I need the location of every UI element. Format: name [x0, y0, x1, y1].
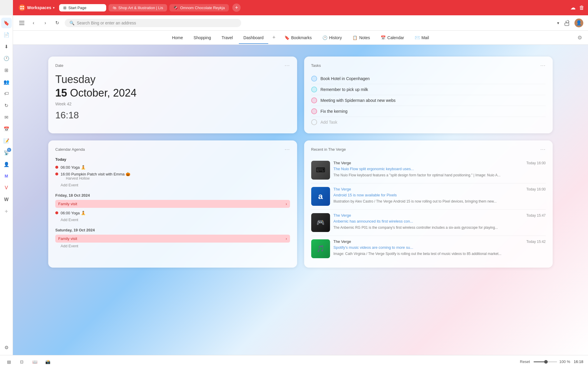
sidebar-item-document[interactable]: 📄	[1, 29, 12, 40]
search-icon: 🔍	[69, 21, 74, 25]
status-time: 16:18	[574, 359, 583, 364]
zoom-slider[interactable]	[534, 361, 557, 362]
nav-notes[interactable]: 📋 Notes	[348, 32, 375, 44]
new-tab-button[interactable]: +	[232, 4, 241, 12]
panels-icon[interactable]: ▤	[5, 358, 13, 366]
sidebar-item-tag[interactable]: 🏷	[1, 88, 12, 99]
bookmarks-icon: 🔖	[284, 35, 289, 40]
sidebar-item-add[interactable]: +	[1, 206, 12, 217]
cal-event-dot-2	[55, 173, 58, 175]
sidebar-item-history[interactable]: 🕐	[1, 53, 12, 64]
nav-dashboard[interactable]: Dashboard	[239, 32, 269, 44]
task-1-checkbox[interactable]	[311, 76, 317, 82]
back-button[interactable]: ‹	[29, 19, 38, 27]
sidebar-item-bookmark[interactable]: 🔖	[1, 18, 12, 28]
tab-tiling-icon[interactable]: ⊡	[18, 358, 26, 366]
nav-home-label: Home	[172, 35, 183, 40]
nav-bookmarks[interactable]: 🔖 Bookmarks	[280, 32, 317, 44]
task-4-checkbox[interactable]	[311, 108, 317, 114]
nav-home[interactable]: Home	[167, 32, 188, 44]
sidebar-item-settings[interactable]: ⚙	[1, 342, 12, 353]
verge-item-1[interactable]: ⌨ The Verge Today 16:00 The Nuio Flow sp…	[311, 157, 546, 183]
sidebar-item-feed[interactable]: 📡 5	[1, 147, 12, 158]
sidebar-item-vivaldi[interactable]: V	[1, 183, 12, 193]
nav-history-label: History	[329, 35, 342, 40]
reload-button[interactable]: ↻	[53, 19, 61, 27]
verge-time-3: Today 15:47	[527, 213, 546, 218]
workspaces-button[interactable]: Workspaces ▾	[16, 3, 57, 12]
tab-shop-favicon: 🛍	[113, 6, 116, 10]
task-item-1[interactable]: Book Hotel in Copenhagen	[311, 73, 546, 84]
calendar-icon: 📅	[381, 35, 386, 40]
zoom-control[interactable]: 100 %	[534, 359, 570, 364]
verge-time-2: Today 16:00	[527, 187, 546, 191]
date-day-name: Tuesday	[55, 73, 290, 86]
nav-calendar[interactable]: 📅 Calendar	[376, 32, 409, 44]
feed-badge: 5	[7, 148, 11, 152]
nav-shopping[interactable]: Shopping	[189, 32, 216, 44]
sidebar-item-sync[interactable]: ↻	[1, 100, 12, 111]
forward-button[interactable]: ›	[41, 19, 49, 27]
sidebar-item-notes[interactable]: 📝	[1, 135, 12, 146]
tab-omnom-label: Omnom Chocolate Reykja	[180, 6, 225, 10]
verge-content-2: The Verge Today 16:00 Android 15 is now …	[334, 187, 546, 206]
screenshot-icon[interactable]: 📸	[44, 358, 52, 366]
dashboard-settings-button[interactable]: ⚙	[577, 34, 582, 41]
search-bar[interactable]: 🔍 Search Bing or enter an address	[65, 19, 241, 27]
verge-desc-4: Image: Cath Virginia / The Verge Spotify…	[334, 251, 546, 256]
sidebar-item-wiki[interactable]: W	[1, 194, 12, 205]
task-item-2[interactable]: Remember to pick up milk	[311, 84, 546, 95]
cal-saturday-arrow: ›	[286, 236, 287, 241]
verge-item-3[interactable]: 🎮 The Verge Today 15:47 Anbernic has ann…	[311, 210, 546, 236]
tasks-card: Tasks ··· Book Hotel in Copenhagen Remem…	[304, 57, 553, 133]
extensions-button[interactable]	[563, 19, 571, 27]
tab-start-page[interactable]: ⊞ Start Page	[59, 4, 106, 11]
cal-saturday-add-event[interactable]: Add Event	[55, 243, 290, 249]
task-1-text: Book Hotel in Copenhagen	[321, 76, 370, 81]
user-avatar[interactable]: 👤	[574, 19, 583, 27]
task-item-3[interactable]: Meeting with Spiderman about new webs	[311, 95, 546, 106]
sidebar-item-contacts[interactable]: 👤	[1, 159, 12, 170]
tasks-card-menu[interactable]: ···	[540, 62, 546, 69]
task-2-checkbox[interactable]	[311, 87, 317, 92]
nav-mail[interactable]: ✉️ Mail	[410, 32, 434, 44]
date-week: Week 42	[55, 102, 290, 106]
sidebar-toggle-button[interactable]	[18, 19, 26, 27]
trash-icon[interactable]: 🗑	[579, 5, 584, 11]
sidebar-item-groups[interactable]: 👥	[1, 77, 12, 87]
cal-today-add-event[interactable]: Add Event	[55, 182, 290, 188]
verge-thumb-4: 🎵	[311, 239, 330, 258]
sidebar-item-calendar[interactable]: 📅	[1, 124, 12, 134]
nav-travel[interactable]: Travel	[217, 32, 237, 44]
task-item-4[interactable]: Fix the kerning	[311, 106, 546, 117]
verge-card-menu[interactable]: ···	[540, 146, 546, 152]
cal-friday-event-text: 06:00 Yoga 🧘	[61, 211, 290, 215]
sidebar-item-collections[interactable]: ⊞	[1, 65, 12, 75]
tasks-card-title: Tasks	[311, 63, 321, 68]
task-3-checkbox[interactable]	[311, 97, 317, 103]
tab-omnom[interactable]: 🍫 Omnom Chocolate Reykja	[169, 4, 229, 11]
nav-history[interactable]: 🕐 History	[318, 32, 347, 44]
nav-travel-label: Travel	[221, 35, 233, 40]
address-dropdown-button[interactable]: ▾	[557, 21, 559, 25]
zoom-reset-label[interactable]: Reset	[520, 359, 530, 364]
sidebar-item-download[interactable]: ⬇	[1, 41, 12, 52]
tab-shop[interactable]: 🛍 Shop Art & Illustration | Lis	[109, 4, 167, 11]
cal-today-event-2-text: 16:00 Pumpkin Patch visit with Emma 🎃	[61, 172, 130, 176]
date-card-title: Date	[55, 63, 63, 68]
calendar-saturday-label: Saturday, 19 Oct 2024	[55, 228, 290, 232]
sidebar-item-mastodon[interactable]: M	[1, 171, 12, 181]
reader-icon[interactable]: 📖	[31, 358, 39, 366]
nav-add-button[interactable]: +	[269, 32, 279, 44]
cloud-icon[interactable]: ☁	[570, 4, 576, 11]
calendar-card-menu[interactable]: ···	[284, 146, 290, 152]
task-add-row[interactable]: Add Task	[311, 117, 546, 127]
verge-item-2[interactable]: a The Verge Today 16:00 Android 15 is no…	[311, 183, 546, 210]
verge-item-4[interactable]: 🎵 The Verge Today 15:42 Spotify's music …	[311, 236, 546, 262]
cal-friday-add-event[interactable]: Add Event	[55, 216, 290, 223]
nav-mail-label: Mail	[422, 35, 429, 40]
sidebar-item-mail[interactable]: ✉	[1, 112, 12, 122]
verge-content-3: The Verge Today 15:47 Anbernic has annou…	[334, 213, 546, 232]
calendar-today-label: Today	[55, 157, 290, 162]
date-card-menu[interactable]: ···	[284, 62, 290, 69]
